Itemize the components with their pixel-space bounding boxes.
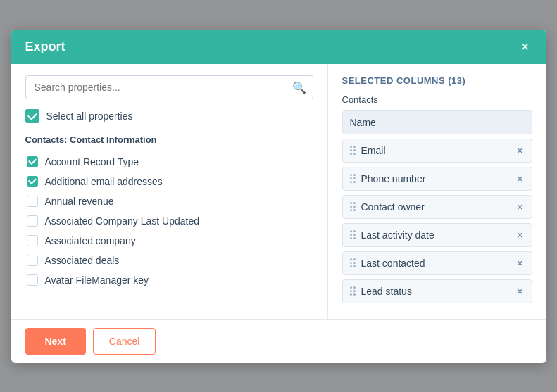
property-checkbox[interactable] [27, 274, 38, 286]
property-checkbox[interactable] [27, 235, 38, 246]
list-item[interactable]: Associated deals [25, 251, 313, 270]
table-row: Email× [342, 139, 532, 163]
properties-list: Account Record TypeAdditional email addr… [25, 152, 313, 308]
section-title: Contacts: Contact Information [25, 134, 313, 145]
remove-column-button[interactable]: × [515, 258, 524, 268]
table-row: Phone number× [342, 167, 532, 191]
drag-handle-icon[interactable] [350, 230, 356, 239]
list-item[interactable]: Avatar FileManager key [25, 270, 313, 290]
export-modal: Export × 🔍 Select all properties Contact… [11, 30, 546, 363]
property-checkbox[interactable] [27, 176, 38, 187]
modal-header: Export × [11, 30, 546, 64]
property-label: Account Record Type [45, 156, 139, 167]
property-label: Associated Company Last Updated [45, 215, 199, 227]
drag-handle-icon[interactable] [350, 202, 356, 211]
column-label: Lead status [361, 286, 412, 297]
drag-handle-icon[interactable] [350, 146, 356, 155]
table-row: Last contacted× [342, 251, 532, 275]
contacts-group-label: Contacts [342, 94, 532, 105]
table-row: Contact owner× [342, 195, 532, 219]
modal-body: 🔍 Select all properties Contacts: Contac… [11, 64, 546, 319]
selected-columns-title: SELECTED COLUMNS (13) [342, 75, 532, 86]
search-container: 🔍 [25, 75, 313, 99]
column-label: Last activity date [361, 229, 434, 241]
property-label: Associated company [45, 235, 136, 246]
columns-list: NameEmail×Phone number×Contact owner×Las… [342, 110, 532, 303]
drag-handle-icon[interactable] [350, 258, 356, 267]
property-checkbox[interactable] [27, 255, 38, 266]
modal-title: Export [25, 39, 65, 54]
list-item[interactable]: Annual revenue [25, 191, 313, 211]
column-label: Contact owner [361, 201, 425, 213]
select-all-checkbox[interactable] [25, 109, 39, 123]
property-label: Associated deals [45, 255, 120, 266]
search-icon: 🔍 [292, 80, 306, 94]
list-item[interactable]: Associated company [25, 231, 313, 251]
left-panel: 🔍 Select all properties Contacts: Contac… [11, 64, 328, 319]
list-item[interactable]: Additional email addresses [25, 172, 313, 191]
right-panel: SELECTED COLUMNS (13) Contacts NameEmail… [328, 64, 546, 319]
column-label: Name [350, 117, 376, 128]
cancel-button[interactable]: Cancel [93, 328, 156, 355]
property-checkbox[interactable] [27, 215, 38, 227]
property-checkbox[interactable] [27, 196, 38, 207]
list-item[interactable]: Account Record Type [25, 152, 313, 172]
table-row: Name [342, 110, 532, 134]
remove-column-button[interactable]: × [515, 230, 524, 240]
column-label: Email [361, 145, 386, 156]
modal-footer: Next Cancel [11, 319, 546, 363]
remove-column-button[interactable]: × [515, 286, 524, 296]
table-row: Last activity date× [342, 223, 532, 247]
drag-handle-icon[interactable] [350, 174, 356, 183]
property-checkbox[interactable] [27, 156, 38, 167]
close-button[interactable]: × [518, 39, 532, 53]
list-item[interactable]: Associated Company Last Updated [25, 211, 313, 231]
select-all-row[interactable]: Select all properties [25, 109, 313, 123]
property-label: Avatar FileManager key [45, 274, 149, 286]
property-label: Annual revenue [45, 196, 114, 207]
remove-column-button[interactable]: × [515, 202, 524, 212]
column-label: Phone number [361, 173, 426, 184]
table-row: Lead status× [342, 279, 532, 303]
remove-column-button[interactable]: × [515, 174, 524, 184]
column-label: Last contacted [361, 258, 425, 269]
search-input[interactable] [25, 75, 313, 99]
drag-handle-icon[interactable] [350, 286, 356, 296]
property-label: Additional email addresses [45, 176, 163, 187]
select-all-label: Select all properties [46, 110, 133, 122]
next-button[interactable]: Next [25, 328, 86, 355]
remove-column-button[interactable]: × [515, 146, 524, 156]
modal-overlay: Export × 🔍 Select all properties Contact… [0, 0, 557, 392]
